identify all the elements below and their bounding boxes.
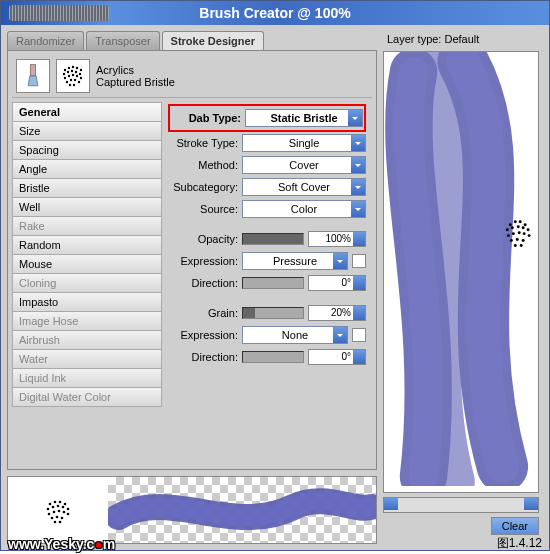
- svg-point-40: [59, 521, 62, 524]
- svg-point-22: [49, 503, 52, 506]
- svg-point-25: [64, 503, 67, 506]
- svg-point-15: [80, 77, 82, 79]
- svg-point-33: [58, 510, 61, 513]
- brush-dab-icon[interactable]: [56, 59, 90, 93]
- direction1-value[interactable]: 0°: [308, 275, 366, 291]
- chevron-down-icon[interactable]: [348, 110, 362, 126]
- preview-canvas[interactable]: [383, 51, 539, 493]
- svg-point-38: [61, 517, 64, 520]
- svg-point-43: [519, 220, 522, 223]
- dab-type-combo[interactable]: Static Bristle: [245, 109, 363, 127]
- expression2-label: Expression:: [168, 329, 238, 341]
- subcategory-label: Subcategory:: [168, 181, 238, 193]
- workspace: Randomizer Transposer Stroke Designer Ac…: [1, 25, 549, 550]
- panel-body: Acrylics Captured Bristle GeneralSizeSpa…: [7, 50, 377, 470]
- grain-value[interactable]: 20%: [308, 305, 366, 321]
- clear-button[interactable]: Clear: [491, 517, 539, 535]
- chevron-down-icon[interactable]: [333, 253, 347, 269]
- svg-point-55: [510, 239, 513, 242]
- svg-point-31: [48, 513, 51, 516]
- svg-point-42: [514, 220, 517, 223]
- svg-point-18: [74, 79, 76, 81]
- svg-point-17: [70, 79, 72, 81]
- svg-point-24: [59, 501, 62, 504]
- category-item[interactable]: Bristle: [12, 178, 162, 197]
- chevron-down-icon[interactable]: [351, 201, 365, 217]
- svg-point-21: [73, 84, 75, 86]
- svg-point-19: [78, 81, 80, 83]
- titlebar[interactable]: Brush Creator @ 100%: [1, 1, 549, 25]
- category-item[interactable]: Size: [12, 121, 162, 140]
- svg-point-57: [522, 239, 525, 242]
- category-item[interactable]: Spacing: [12, 140, 162, 159]
- arrow-left-icon[interactable]: [384, 498, 398, 510]
- tab-transposer[interactable]: Transposer: [86, 31, 159, 50]
- chevron-down-icon[interactable]: [351, 157, 365, 173]
- expression1-invert[interactable]: [352, 254, 366, 268]
- preview-strip: [7, 476, 377, 544]
- category-item[interactable]: Random: [12, 235, 162, 254]
- brush-variant-icon[interactable]: [16, 59, 50, 93]
- svg-point-10: [79, 73, 81, 75]
- expression2-invert[interactable]: [352, 328, 366, 342]
- brush-subvariant-label: Captured Bristle: [96, 76, 175, 88]
- svg-point-45: [506, 228, 509, 231]
- category-item[interactable]: Impasto: [12, 292, 162, 311]
- tab-stroke-designer[interactable]: Stroke Designer: [162, 31, 264, 50]
- svg-point-2: [68, 67, 70, 69]
- chevron-down-icon[interactable]: [333, 327, 347, 343]
- direction2-value[interactable]: 0°: [308, 349, 366, 365]
- titlebar-grip[interactable]: [9, 5, 109, 21]
- direction1-label: Direction:: [168, 277, 238, 289]
- category-item: Airbrush: [12, 330, 162, 349]
- watermark: www.Yesky.c●m: [8, 536, 115, 552]
- opacity-value[interactable]: 100%: [308, 231, 366, 247]
- chevron-down-icon[interactable]: [351, 179, 365, 195]
- svg-point-5: [80, 69, 82, 71]
- direction2-slider[interactable]: [242, 351, 304, 363]
- method-combo[interactable]: Cover: [242, 156, 366, 174]
- stroke-type-combo[interactable]: Single: [242, 134, 366, 152]
- svg-point-35: [67, 513, 70, 516]
- h-scrollbar[interactable]: [383, 497, 539, 513]
- category-item[interactable]: Angle: [12, 159, 162, 178]
- svg-rect-0: [31, 65, 36, 76]
- right-pane: Layer type: Default: [383, 31, 539, 544]
- dab-preview: [8, 477, 108, 543]
- svg-point-20: [69, 84, 71, 86]
- svg-point-44: [524, 223, 527, 226]
- opacity-slider[interactable]: [242, 233, 304, 245]
- opacity-label: Opacity:: [168, 233, 238, 245]
- svg-point-8: [71, 70, 73, 72]
- svg-point-32: [53, 511, 56, 514]
- category-item: Water: [12, 349, 162, 368]
- svg-point-7: [67, 71, 69, 73]
- source-combo[interactable]: Color: [242, 200, 366, 218]
- chevron-down-icon[interactable]: [351, 135, 365, 151]
- svg-point-30: [67, 508, 70, 511]
- svg-point-36: [51, 517, 54, 520]
- layer-type-value: Default: [444, 33, 479, 45]
- category-item: Image Hose: [12, 311, 162, 330]
- left-pane: Randomizer Transposer Stroke Designer Ac…: [7, 31, 377, 544]
- category-item[interactable]: Mouse: [12, 254, 162, 273]
- expression2-combo[interactable]: None: [242, 326, 348, 344]
- svg-point-50: [507, 234, 510, 237]
- svg-point-4: [76, 67, 78, 69]
- svg-point-13: [72, 74, 74, 76]
- category-item[interactable]: Well: [12, 197, 162, 216]
- svg-point-27: [52, 506, 55, 509]
- direction1-slider[interactable]: [242, 277, 304, 289]
- category-item: Rake: [12, 216, 162, 235]
- svg-point-46: [511, 226, 514, 229]
- source-label: Source:: [168, 203, 238, 215]
- category-item[interactable]: General: [12, 102, 162, 121]
- tab-randomizer[interactable]: Randomizer: [7, 31, 84, 50]
- arrow-right-icon[interactable]: [524, 498, 538, 510]
- subcategory-combo[interactable]: Soft Cover: [242, 178, 366, 196]
- expression1-combo[interactable]: Pressure: [242, 252, 348, 270]
- svg-point-29: [62, 506, 65, 509]
- svg-point-28: [57, 505, 60, 508]
- grain-slider[interactable]: [242, 307, 304, 319]
- svg-point-41: [509, 223, 512, 226]
